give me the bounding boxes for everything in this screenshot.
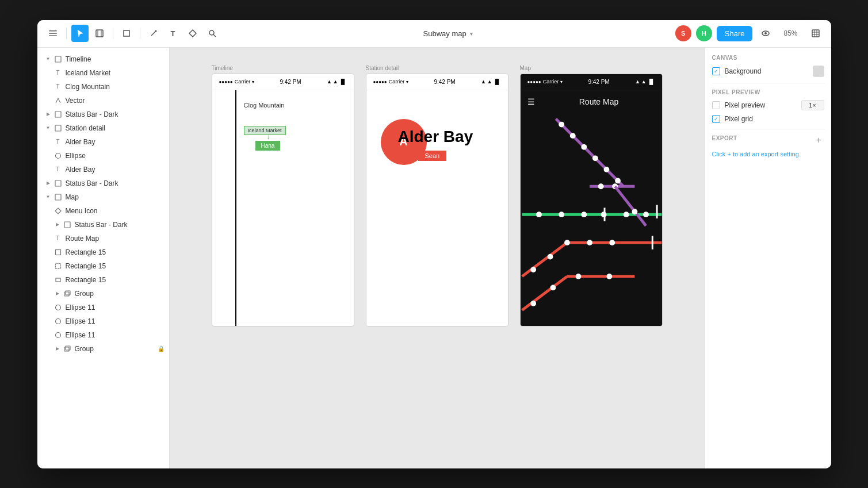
wifi-icon2: ▲ (641, 79, 647, 84)
panel-divider-1 (712, 83, 824, 83)
text-tool-button[interactable]: T (165, 25, 182, 42)
layer-menu-icon[interactable]: Menu Icon (37, 204, 169, 218)
layer-alder-bay-1[interactable]: T Alder Bay (37, 135, 169, 149)
layer-ellipse[interactable]: Ellipse (37, 149, 169, 163)
expand-icon: ▼ (44, 193, 52, 201)
carrier-text: Carrier (389, 79, 405, 84)
svg-rect-28 (66, 291, 70, 295)
expand-icon: ▼ (44, 55, 52, 63)
text-icon: T (53, 82, 63, 91)
pen-tool-button[interactable] (145, 25, 162, 42)
signal-dots: ●●●●● (219, 79, 233, 84)
eye-icon[interactable] (757, 25, 774, 42)
svg-rect-32 (64, 347, 69, 351)
layer-vector[interactable]: Vector (37, 94, 169, 107)
layer-route-map[interactable]: T Route Map (37, 232, 169, 245)
text-icon: T (53, 137, 63, 147)
svg-point-29 (55, 305, 60, 310)
svg-point-41 (615, 178, 621, 183)
background-checkbox[interactable] (712, 67, 720, 75)
layout-icon[interactable] (807, 25, 824, 42)
svg-rect-18 (55, 112, 61, 117)
svg-rect-33 (66, 346, 70, 350)
iceland-market-tag[interactable]: Iceland Market (244, 126, 286, 135)
expand-icon: ▶ (44, 110, 52, 118)
layer-rect-15-c[interactable]: Rectangle 15 (37, 273, 169, 287)
layer-ellipse-11-c[interactable]: Ellipse 11 (37, 328, 169, 342)
layer-iceland-market[interactable]: T Iceland Market (37, 66, 169, 80)
component-icon (53, 206, 63, 216)
svg-point-31 (55, 332, 60, 337)
search-tool-button[interactable] (204, 25, 221, 42)
wifi-icon2: ▲ (487, 79, 492, 84)
map-canvas (521, 113, 663, 326)
layers-sidebar: ▼ Timeline T Iceland Market T Clog Mount… (37, 48, 170, 468)
layer-group-1[interactable]: ▶ Group (37, 287, 169, 301)
map-menu-icon[interactable]: ☰ (527, 97, 535, 106)
layer-timeline[interactable]: ▼ Timeline (37, 52, 169, 66)
layer-ellipse-11-b[interactable]: Ellipse 11 (37, 314, 169, 328)
background-color-swatch[interactable] (813, 66, 824, 77)
layer-rect-15-b[interactable]: Rectangle 15 (37, 259, 169, 273)
text-icon: T (53, 165, 63, 174)
layer-alder-bay-2[interactable]: T Alder Bay (37, 163, 169, 176)
chevron-down-icon: ▾ (470, 30, 473, 37)
layer-ellipse-11-a[interactable]: Ellipse 11 (37, 301, 169, 314)
layer-rect-15-a[interactable]: Rectangle 15 (37, 245, 169, 259)
svg-rect-12 (812, 30, 819, 37)
layer-status-bar-dark-1[interactable]: ▶ Status Bar - Dark (37, 107, 169, 121)
station-time: 9:42 PM (408, 79, 481, 85)
pixel-grid-checkbox[interactable] (712, 115, 720, 123)
app-window: T Subway map ▾ S H Share (37, 20, 831, 468)
svg-point-51 (643, 212, 649, 217)
frame-tool-button[interactable] (91, 25, 108, 42)
rect-icon (53, 248, 63, 257)
expand-icon: ▶ (53, 221, 62, 229)
ellipse-icon (53, 151, 63, 160)
shape-tool-button[interactable] (118, 25, 135, 42)
zoom-level[interactable]: 85% (779, 27, 802, 40)
carrier-text: Carrier (235, 79, 251, 84)
layer-status-bar-map[interactable]: ▶ Status Bar - Dark (37, 218, 169, 232)
svg-point-49 (601, 212, 606, 217)
export-hint-plus: Click (712, 151, 728, 157)
layer-group-locked[interactable]: ▶ Group 🔒 (37, 342, 169, 356)
menu-button[interactable] (44, 25, 62, 42)
sean-tag[interactable]: Sean (418, 151, 447, 161)
avatar-s[interactable]: S (675, 25, 691, 41)
layer-status-bar-dark-2[interactable]: ▶ Status Bar - Dark (37, 176, 169, 190)
text-icon: T (53, 68, 63, 78)
timeline-time: 9:42 PM (254, 79, 327, 85)
timeline-vertical-line (235, 90, 236, 326)
svg-point-50 (623, 212, 629, 217)
export-add-button[interactable]: + (814, 135, 824, 145)
pixel-preview-checkbox[interactable] (712, 101, 720, 109)
battery-icon: ▐▌ (339, 79, 347, 84)
svg-point-43 (598, 183, 603, 189)
svg-rect-52 (603, 208, 605, 221)
layer-clog-mountain[interactable]: T Clog Mountain (37, 80, 169, 94)
pixel-preview-input[interactable] (801, 100, 824, 110)
frame-icon (53, 193, 63, 202)
toolbar-sep-2 (113, 28, 113, 39)
select-tool-button[interactable] (71, 25, 89, 42)
export-section-header: EXPORT + (712, 135, 824, 146)
doc-title-text: Subway map (423, 29, 466, 38)
svg-rect-27 (64, 292, 69, 296)
document-title[interactable]: Subway map ▾ (419, 27, 477, 40)
hana-tag[interactable]: Hana (255, 141, 281, 151)
group-icon (63, 289, 72, 298)
station-phone-label: Station detail (366, 65, 508, 71)
timeline-phone-wrapper: Timeline ●●●●● Carrier ▾ 9:42 PM ▲ ▲ ▐▌ (212, 65, 354, 326)
layer-station-detail[interactable]: ▼ Station detail (37, 121, 169, 135)
share-button[interactable]: Share (717, 26, 753, 41)
expand-icon: ▼ (44, 124, 52, 132)
layer-map[interactable]: ▼ Map (37, 190, 169, 204)
avatar-h[interactable]: H (696, 25, 712, 41)
map-phone-label: Map (520, 65, 663, 71)
component-tool-button[interactable] (184, 25, 201, 42)
export-hint-text: to add an export setting. (731, 151, 801, 157)
canvas-area[interactable]: Timeline ●●●●● Carrier ▾ 9:42 PM ▲ ▲ ▐▌ (170, 48, 705, 468)
svg-rect-21 (55, 180, 61, 186)
svg-point-60 (564, 240, 570, 245)
